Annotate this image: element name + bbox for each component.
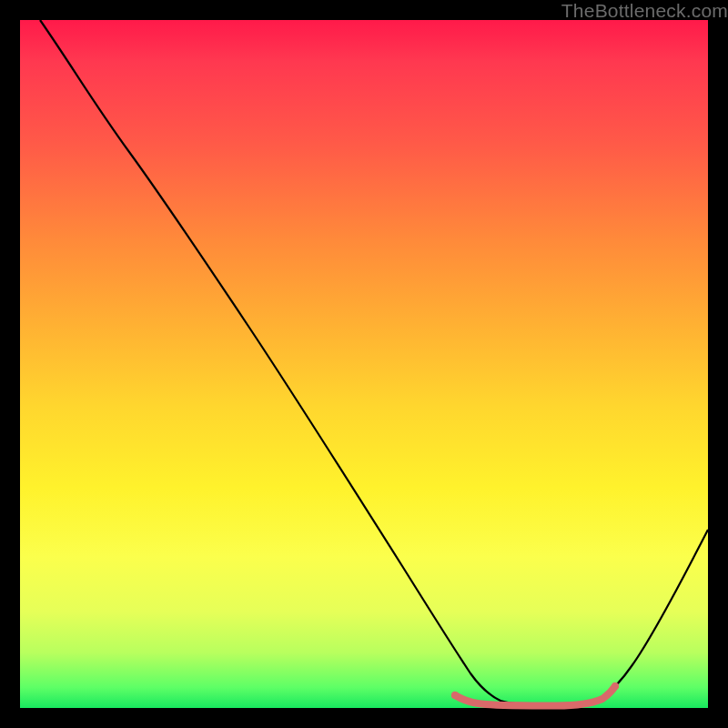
optimal-region-marker [455,686,615,706]
chart-frame: TheBottleneck.com [0,0,728,728]
bottleneck-curve [40,20,708,705]
chart-svg [20,20,708,708]
watermark-text: TheBottleneck.com [561,0,728,22]
marker-start-dot [451,692,459,699]
marker-end-dot [612,682,619,690]
